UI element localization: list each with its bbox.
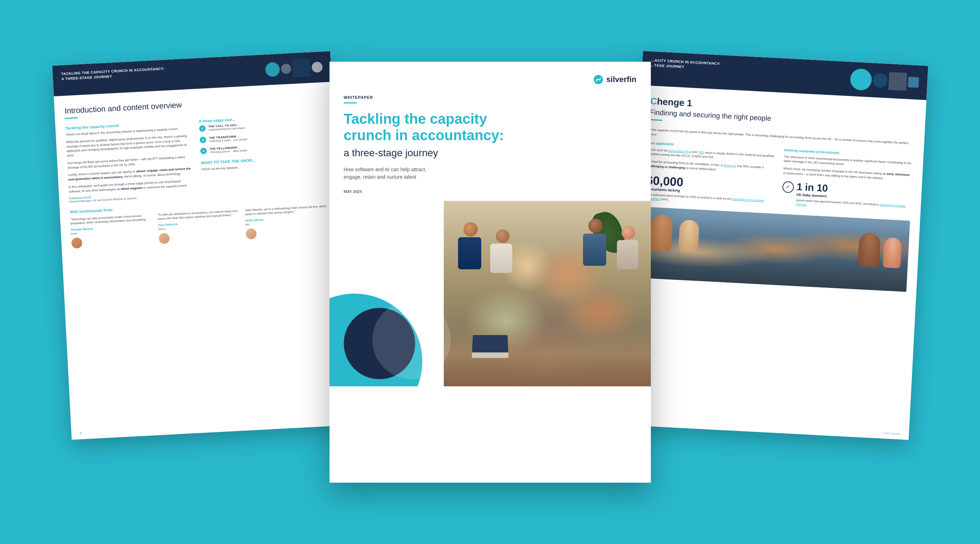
step-number-1: 1 xyxy=(199,125,206,132)
header-decoration xyxy=(265,58,323,78)
left-column: Tackling the capacity crunch There's no … xyxy=(65,119,194,203)
front-date: MAY 2024 xyxy=(344,189,636,194)
step-content-2: THE TRANSFORM... Unlocking 3 super... yo… xyxy=(209,134,247,143)
intro-title: Introduction and content overview xyxy=(64,93,323,116)
front-page: silverfin WHITEPAPER Tackling the capaci… xyxy=(329,62,651,483)
person-3-silhouette xyxy=(858,232,881,267)
testimonial-3-avatar xyxy=(246,228,257,239)
right-header-deco xyxy=(850,68,919,93)
testimonial-1: "Technology can help accountants create … xyxy=(70,213,155,249)
meeting-person-3 xyxy=(583,219,608,265)
meeting-photo xyxy=(444,201,651,386)
front-image-area xyxy=(329,201,651,386)
testimonials-section: With testimonials from: "Technology can … xyxy=(70,196,330,249)
person-2-silhouette xyxy=(678,219,699,252)
meeting-person-1 xyxy=(458,222,483,269)
back-right-page: ...ACITY CRUNCH IN ACCOUNTANCY: ...TAGE … xyxy=(624,51,928,439)
back-left-header-text: TACKLING THE CAPACITY CRUNCH IN ACCOUNTA… xyxy=(61,66,165,81)
logo-area: silverfin xyxy=(344,75,636,84)
step-content-3: THE FELLOWSHIP... Choosing your te... al… xyxy=(209,145,247,154)
scene: TACKLING THE CAPACITY CRUNCH IN ACCOUNTA… xyxy=(62,40,919,504)
right-column: A three-stage jour... 1 THE CALL TO ADV.… xyxy=(199,113,328,196)
copyright: © 2024 Silverfin xyxy=(883,431,900,435)
testimonial-2-quote: "To offer job satisfaction in accountanc… xyxy=(157,209,241,221)
back-left-page: TACKLING THE CAPACITY CRUNCH IN ACCOUNTA… xyxy=(52,51,350,439)
stat-2-icon: ✓ xyxy=(782,181,794,193)
back-right-header-text: ...ACITY CRUNCH IN ACCOUNTANCY: ...TAGE … xyxy=(651,58,721,71)
testimonial-1-avatar xyxy=(71,237,83,249)
person-4-silhouette xyxy=(883,237,902,268)
back-right-content: Chenge 1 Findinng and securing the right… xyxy=(630,85,926,302)
testimonial-3-quote: "With Silverfin, we've a methodology tha… xyxy=(245,204,329,217)
right-two-col: new applicants ations such as Accountanc… xyxy=(645,140,913,214)
blue-rule xyxy=(344,102,356,103)
front-description: How software and AI can help attract,eng… xyxy=(344,166,636,181)
logo-text: silverfin xyxy=(606,75,636,84)
whitepaper-label: WHITEPAPER xyxy=(344,95,636,100)
front-title: Tackling the capacity crunch in accounta… xyxy=(344,111,636,143)
stat-1-box: 60,000 accountants lacking is the estima… xyxy=(645,174,775,207)
stat-2-text: 1 in 10 UK baby boomers retired earlier … xyxy=(795,182,912,212)
stat-2-box: ✓ 1 in 10 UK baby boomers retired earlie… xyxy=(781,181,912,212)
front-subtitle: a three-stage journey xyxy=(344,147,636,159)
challenge-underline xyxy=(649,119,662,121)
step-content-1: THE CALL TO ADV... Understanding the roa… xyxy=(208,123,245,132)
check-icon: ✓ xyxy=(786,183,791,191)
meeting-person-2 xyxy=(490,229,515,272)
silverfin-logo-icon xyxy=(593,75,603,84)
cta-section: WANT TO TAKE THE SHOR... Check out the k… xyxy=(200,154,326,171)
meeting-person-4 xyxy=(617,226,640,269)
testimonial-2: "To offer job satisfaction in accountanc… xyxy=(157,209,242,244)
right-col-left: new applicants ations such as Accountanc… xyxy=(645,140,777,207)
step-2: 2 THE TRANSFORM... Unlocking 3 super... … xyxy=(200,130,325,143)
step-number-2: 2 xyxy=(200,136,206,143)
testimonial-3: "With Silverfin, we've a methodology tha… xyxy=(245,204,330,239)
laptop xyxy=(472,335,508,358)
front-top-content: silverfin WHITEPAPER Tackling the capaci… xyxy=(329,62,651,201)
back-left-content: Introduction and content overview Tackli… xyxy=(54,82,340,260)
right-page-image xyxy=(641,206,910,292)
section1-p2: While the demand for qualified, digital-… xyxy=(66,133,191,158)
testimonial-1-quote: "Technology can help accountants create … xyxy=(70,213,154,226)
page-number: 2 xyxy=(80,431,81,435)
title-underline xyxy=(65,117,78,119)
testimonial-2-avatar xyxy=(158,233,170,244)
step-3: 3 THE FELLOWSHIP... Choosing your te... … xyxy=(200,141,325,155)
white-circle-overlay xyxy=(372,301,451,379)
step-number-3: 3 xyxy=(200,147,207,154)
person-1-silhouette xyxy=(649,214,673,251)
two-col-layout: Tackling the capacity crunch There's no … xyxy=(65,113,327,203)
right-col-right: Retiring seasoned professionals The reti… xyxy=(781,147,913,214)
